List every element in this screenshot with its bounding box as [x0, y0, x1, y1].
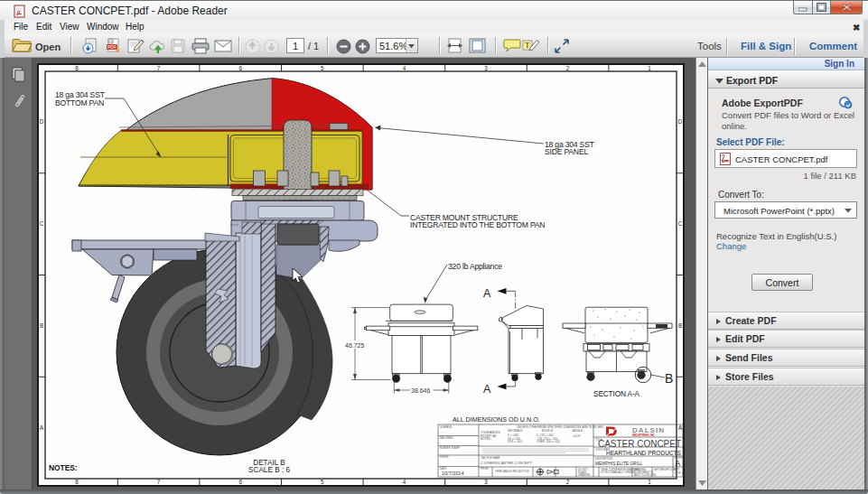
svg-text:FINISH: FINISH [440, 455, 448, 459]
svg-text:NOTED: NOTED [481, 437, 491, 441]
svg-text:SHT: SHT [675, 468, 680, 471]
svg-text:8: 8 [75, 479, 79, 485]
svg-text:3: 3 [484, 65, 488, 71]
svg-text:SIDE PANEL: SIDE PANEL [545, 147, 588, 156]
svg-text:B: B [665, 371, 673, 386]
svg-text:4: 4 [403, 479, 406, 485]
svg-text:6: 6 [238, 479, 242, 485]
svg-text:1: 1 [648, 479, 651, 485]
svg-text:INDUSTRIES, INC: INDUSTRIES, INC [632, 433, 656, 437]
svg-text:38.646: 38.646 [411, 387, 431, 394]
svg-text:5: 5 [321, 65, 324, 71]
svg-text:10/7/2014: 10/7/2014 [442, 471, 463, 476]
svg-text:SURFACE: SURFACE [440, 425, 452, 429]
svg-text:C: C [40, 220, 44, 227]
svg-text:DO NOT MANUALLY UPDATE: DO NOT MANUALLY UPDATE [601, 471, 635, 474]
svg-text:4: 4 [403, 65, 406, 71]
svg-text:C: C [678, 220, 683, 227]
svg-text:A: A [483, 383, 491, 396]
svg-text:1: 1 [648, 65, 651, 71]
svg-text:A: A [676, 459, 681, 468]
svg-text:B: B [40, 322, 43, 329]
svg-text:.XXX ± .005: .XXX ± .005 [507, 440, 522, 443]
svg-text:320 lb Appliance: 320 lb Appliance [448, 262, 502, 271]
svg-text:HEARTHLAND PRODUCTS: HEARTHLAND PRODUCTS [606, 450, 681, 456]
svg-text:6: 6 [238, 65, 242, 71]
svg-text:B: B [678, 322, 682, 329]
svg-text:NOTES:: NOTES: [49, 463, 78, 472]
svg-text:SCALE B : 6: SCALE B : 6 [248, 466, 290, 474]
svg-text:MACHINED: MACHINED [440, 436, 453, 440]
svg-text:PDF: PDF [107, 44, 117, 50]
svg-text:±1/2°: ±1/2° [573, 433, 582, 438]
svg-text:A: A [483, 287, 491, 300]
svg-text:BOTTOM PAN: BOTTOM PAN [55, 98, 104, 107]
svg-text:2: 2 [566, 65, 570, 71]
svg-text:MEMPHIS ELITE GRILL: MEMPHIS ELITE GRILL [595, 461, 643, 466]
svg-text:ANGLE: ANGLE [573, 429, 583, 433]
svg-text:OVER .250 ± .020: OVER .250 ± .020 [537, 440, 560, 443]
svg-text:-: - [441, 429, 443, 433]
svg-text:8: 8 [75, 65, 79, 71]
svg-text:2: 2 [566, 479, 570, 485]
svg-text:THIRD ANGLE PROJECTION: THIRD ANGLE PROJECTION [495, 470, 528, 473]
svg-text:DRAWING: DRAWING [578, 473, 590, 477]
svg-text:46.725: 46.725 [345, 342, 365, 349]
svg-text:C:\USERS\CASTER CONCEPT: C:\USERS\CASTER CONCEPT [481, 461, 532, 465]
svg-text:SECTION A-A: SECTION A-A [593, 389, 639, 398]
svg-text:CASTER CONCPET: CASTER CONCPET [598, 439, 681, 449]
svg-text:D: D [678, 118, 683, 125]
svg-text:UNLESS OTHERWISE SPECIFIED DIM: UNLESS OTHERWISE SPECIFIED DIMENSIONS AR… [517, 425, 603, 429]
svg-text:HOLE Ø: HOLE Ø [542, 429, 554, 433]
svg-text:DECIMALS: DECIMALS [508, 429, 522, 433]
svg-text:DALSIN: DALSIN [632, 427, 665, 433]
svg-text:A: A [678, 424, 683, 431]
svg-text:RUBBER STAMP: RUBBER STAMP [440, 446, 460, 450]
svg-text:3: 3 [484, 479, 488, 485]
svg-text:INTEGRATED INTO THE BOTTOM PAN: INTEGRATED INTO THE BOTTOM PAN [410, 220, 545, 229]
svg-text:1 OF 1: 1 OF 1 [675, 471, 684, 475]
svg-text:7: 7 [157, 65, 161, 71]
svg-text:D: D [40, 118, 44, 125]
svg-text:ANSI Y14.5M-1994: ANSI Y14.5M-1994 [634, 473, 656, 477]
svg-text:-: - [481, 470, 483, 474]
svg-text:ALL DIMENSIONS OD U.N.O.: ALL DIMENSIONS OD U.N.O. [453, 415, 540, 424]
svg-text:DESCRIPTION: DESCRIPTION [595, 457, 612, 461]
svg-text:T: T [525, 41, 530, 50]
svg-text:A: A [40, 424, 44, 431]
svg-text:DATE: DATE [440, 467, 446, 471]
svg-text:CAD FILE NAME:: CAD FILE NAME: [481, 456, 500, 460]
svg-text:5: 5 [321, 479, 324, 485]
svg-text:7: 7 [157, 479, 161, 485]
